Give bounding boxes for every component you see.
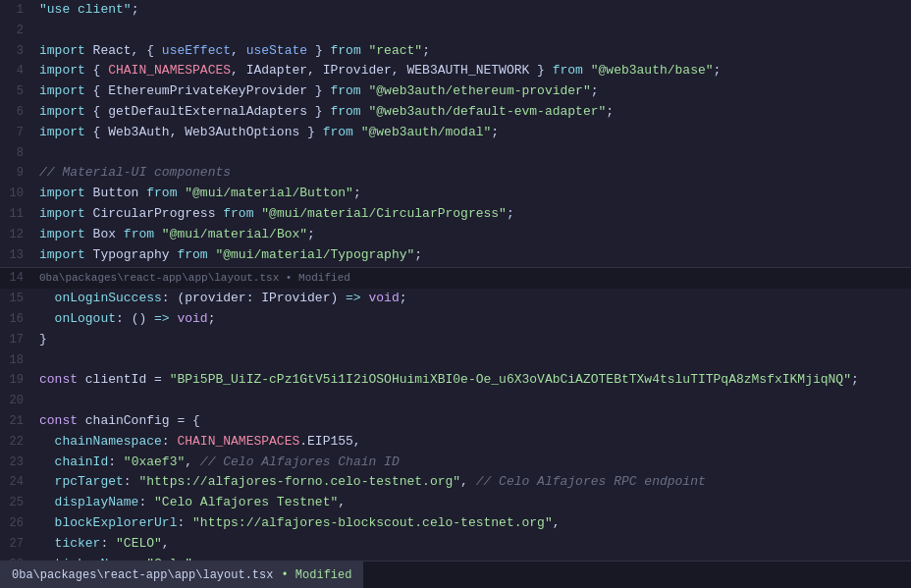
- line-number: 16: [0, 310, 39, 329]
- code-line: 4import { CHAIN_NAMESPACES, IAdapter, IP…: [0, 61, 911, 81]
- code-line: 20: [0, 391, 911, 411]
- token-kw2: import: [39, 227, 85, 241]
- line-content: import { EthereumPrivateKeyProvider } fr…: [39, 81, 899, 102]
- token-prop: ticker: [55, 536, 101, 551]
- code-line: 1"use client";: [0, 0, 911, 21]
- line-number: 25: [0, 494, 39, 512]
- token-kw2: import: [39, 125, 85, 139]
- token-var: :: [100, 536, 116, 551]
- token-kw2: from: [124, 227, 154, 241]
- token-punct: = {: [177, 413, 199, 428]
- token-fn: useState: [246, 43, 307, 58]
- token-const-kw: const: [39, 413, 78, 428]
- token-var: :: [108, 454, 124, 469]
- token-punct: ;: [307, 227, 315, 241]
- token-var: { Web3Auth, Web3AuthOptions }: [85, 125, 323, 139]
- code-line: 27 ticker: "CELO",: [0, 534, 911, 555]
- token-comment: // Celo Alfajores Chain ID: [200, 454, 400, 469]
- token-var: Button: [85, 186, 146, 200]
- token-var: :: [138, 495, 154, 509]
- token-kw2: from: [330, 83, 360, 98]
- token-punct: }: [39, 332, 47, 347]
- token-var: [154, 227, 162, 241]
- token-str: "@mui/material/Button": [185, 186, 353, 200]
- token-punct: ;: [714, 63, 722, 78]
- line-number: 5: [0, 82, 39, 101]
- token-var: Typography: [85, 247, 178, 262]
- token-var: [39, 434, 55, 449]
- token-str: "@web3auth/default-evm-adapter": [368, 104, 606, 119]
- token-str: "https://alfajores-forno.celo-testnet.or…: [138, 474, 460, 489]
- line-number: 2: [0, 22, 39, 40]
- token-var: { EthereumPrivateKeyProvider }: [85, 83, 331, 98]
- token-var: ,: [231, 43, 246, 58]
- line-content: chainNamespace: CHAIN_NAMESPACES.EIP155,: [39, 432, 899, 453]
- file-tab[interactable]: 0ba\packages\react-app\app\layout.tsx • …: [0, 561, 364, 589]
- token-prop: onLoginSuccess: [55, 291, 162, 305]
- code-line: 3import React, { useEffect, useState } f…: [0, 41, 911, 62]
- token-var: { getDefaultExternalAdapters }: [85, 104, 331, 119]
- token-punct: ;: [491, 125, 499, 139]
- token-kw2: from: [323, 125, 353, 139]
- line-number: 19: [0, 371, 39, 390]
- token-var: [39, 291, 55, 305]
- code-line: 9// Material-UI components: [0, 163, 911, 184]
- token-prop: onLogout: [55, 311, 116, 326]
- token-var: [583, 63, 591, 78]
- code-line: 6import { getDefaultExternalAdapters } f…: [0, 102, 911, 123]
- token-var: ,: [460, 474, 476, 489]
- code-line: 22 chainNamespace: CHAIN_NAMESPACES.EIP1…: [0, 432, 911, 453]
- code-line: 10import Button from "@mui/material/Butt…: [0, 184, 911, 204]
- line-number: 8: [0, 144, 39, 163]
- token-punct: ;: [606, 104, 614, 119]
- token-str: "@web3auth/modal": [361, 125, 492, 139]
- line-number: 11: [0, 205, 39, 224]
- token-var: [361, 43, 369, 58]
- line-number: 12: [0, 226, 39, 244]
- token-punct: ;: [353, 186, 361, 200]
- line-content: import { CHAIN_NAMESPACES, IAdapter, IPr…: [39, 61, 899, 81]
- token-kw2: import: [39, 83, 85, 98]
- line-content: [39, 391, 899, 411]
- token-kw2: from: [223, 206, 253, 221]
- token-var: {: [85, 63, 108, 78]
- code-line: 24 rpcTarget: "https://alfajores-forno.c…: [0, 472, 911, 493]
- token-punct: =: [154, 372, 162, 387]
- line-content: ticker: "CELO",: [39, 534, 899, 555]
- token-punct: ;: [132, 2, 139, 17]
- code-line: 26 blockExplorerUrl: "https://alfajores-…: [0, 513, 911, 534]
- token-kw2: import: [39, 104, 85, 119]
- line-content: import Button from "@mui/material/Button…: [39, 184, 899, 204]
- token-str: "react": [369, 43, 423, 58]
- token-arrow: =>: [346, 291, 361, 305]
- token-kw2: import: [39, 186, 85, 200]
- line-number: 23: [0, 454, 39, 472]
- line-content: rpcTarget: "https://alfajores-forno.celo…: [39, 472, 899, 493]
- token-var: chainConfig: [78, 413, 177, 428]
- token-kw2: from: [177, 247, 207, 262]
- token-const-kw: const: [39, 372, 78, 387]
- editor-container: 1"use client";2 3import React, { useEffe…: [0, 0, 911, 588]
- line-content: import { Web3Auth, Web3AuthOptions } fro…: [39, 123, 899, 143]
- line-number: 15: [0, 290, 39, 308]
- token-kw2: from: [330, 43, 360, 58]
- code-area: 1"use client";2 3import React, { useEffe…: [0, 0, 911, 588]
- token-str: "Celo Alfajores Testnet": [154, 495, 338, 509]
- token-var: }: [307, 43, 330, 58]
- line-number: 10: [0, 185, 39, 203]
- token-comment: // Material-UI components: [39, 165, 231, 180]
- line-number: 3: [0, 42, 39, 61]
- token-punct: ;: [507, 206, 514, 221]
- line-number: 18: [0, 351, 39, 370]
- line-number: 13: [0, 246, 39, 265]
- line-content: const clientId = "BPi5PB_UiIZ-cPz1GtV5i1…: [39, 370, 899, 391]
- tab-filename: 0ba\packages\react-app\app\layout.tsx: [12, 568, 273, 582]
- token-prop: chainNamespace: [55, 434, 162, 449]
- tab-bar: 0ba\packages\react-app\app\layout.tsx • …: [0, 561, 911, 588]
- line-content: // Material-UI components: [39, 163, 899, 184]
- token-punct: ;: [208, 311, 216, 326]
- token-str: "@web3auth/base": [591, 63, 714, 78]
- code-line: 19const clientId = "BPi5PB_UiIZ-cPz1GtV5…: [0, 370, 911, 391]
- code-line: 15 onLoginSuccess: (provider: IProvider)…: [0, 289, 911, 309]
- line-number: 20: [0, 392, 39, 410]
